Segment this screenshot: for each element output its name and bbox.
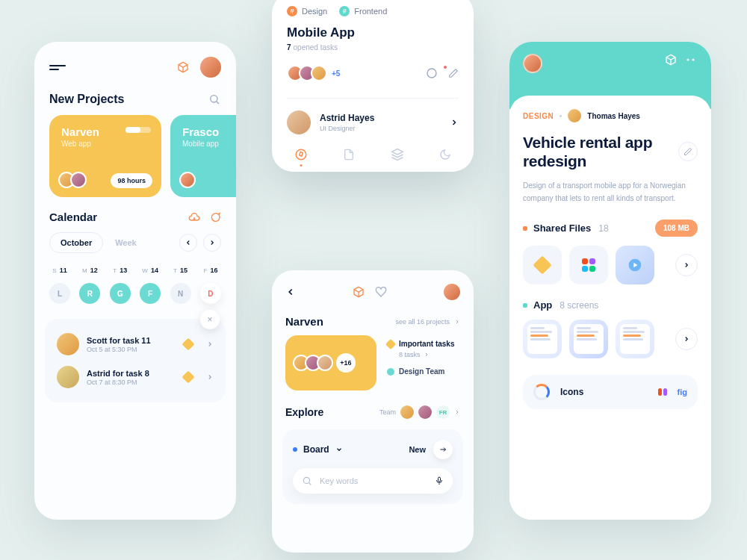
chevron-right-icon (206, 373, 214, 381)
svg-point-5 (686, 58, 689, 60)
day-dot[interactable]: N (170, 283, 191, 304)
figma-icon (658, 388, 667, 396)
heart-icon[interactable] (375, 286, 387, 298)
chevron-right-icon (206, 340, 214, 348)
person-name: Astrid Hayes (320, 113, 374, 123)
day-dot[interactable]: G (110, 283, 131, 304)
board-dropdown[interactable]: Board (293, 444, 343, 455)
edit-icon[interactable] (448, 67, 459, 79)
see-all-link[interactable]: see all 16 projects (395, 318, 460, 326)
next-button[interactable] (203, 234, 221, 252)
cube-icon[interactable] (353, 286, 365, 298)
tab-week[interactable]: Week (111, 233, 141, 252)
project-card-narven[interactable]: Narven Web app 98 hours (49, 115, 161, 197)
svg-point-6 (692, 58, 694, 60)
moon-icon[interactable] (439, 148, 451, 161)
close-icon[interactable]: × (200, 310, 220, 329)
back-icon[interactable] (285, 287, 296, 297)
calendar-days: S 11 M 12 T 13 W 14 T 15 F 16 (34, 261, 236, 279)
chevron-right-icon (450, 118, 459, 127)
fig-label[interactable]: fig (678, 388, 687, 396)
day-dot[interactable]: R (79, 283, 100, 304)
screen-thumb[interactable] (616, 320, 654, 358)
profile-avatar[interactable] (444, 284, 460, 300)
board-panel: Board New Key words (282, 429, 463, 504)
profile-avatar[interactable] (523, 54, 542, 73)
screen-thumb[interactable] (523, 320, 562, 358)
design-team-link[interactable]: Design Team (387, 367, 463, 376)
search-icon[interactable] (208, 93, 221, 106)
compass-icon[interactable] (294, 148, 308, 161)
tag-design[interactable]: #Design (287, 6, 327, 16)
svg-point-2 (296, 149, 306, 160)
file-thumb-sketch[interactable] (523, 246, 562, 284)
project-title: Narven (285, 315, 323, 328)
cloud-download-icon[interactable] (188, 211, 200, 223)
card-subtitle: Web app (61, 140, 149, 148)
app-title: App (533, 299, 552, 311)
crumb-name[interactable]: Thomas Hayes (587, 112, 640, 120)
sketch-icon (182, 338, 195, 351)
shared-files-title: Shared Files (533, 223, 591, 234)
bottom-bar: Icons fig (523, 375, 698, 409)
mic-icon[interactable] (435, 476, 444, 486)
crumb-category[interactable]: DESIGN (523, 112, 554, 120)
tasks-panel: × Scott for task 11Oct 5 at 5:30 PM Astr… (45, 319, 226, 402)
person-row[interactable]: Astrid HayesUI Designer (287, 98, 459, 134)
members-card[interactable]: +16 (285, 335, 376, 391)
comment-icon[interactable] (426, 67, 438, 79)
card-title: Mobile App (287, 25, 459, 40)
bullet-icon (523, 226, 527, 231)
day-dot[interactable]: D (200, 283, 221, 304)
more-count: +5 (332, 69, 340, 78)
card-avatars (179, 172, 196, 188)
prev-button[interactable] (179, 234, 197, 252)
file-icon[interactable] (343, 148, 355, 161)
cube-icon[interactable] (665, 54, 677, 66)
important-tasks-link[interactable]: Important tasks (387, 340, 463, 348)
day-dot[interactable]: F (140, 283, 161, 304)
more-icon[interactable] (686, 58, 698, 61)
icons-label[interactable]: Icons (560, 387, 583, 397)
svg-point-3 (303, 477, 309, 483)
task-row[interactable]: Scott for task 11Oct 5 at 5:30 PM (54, 328, 217, 361)
more-files-button[interactable] (675, 254, 698, 276)
phone-narven: Narven see all 16 projects +16 Important… (272, 270, 474, 553)
svg-rect-4 (438, 477, 441, 482)
sketch-icon (182, 371, 195, 384)
figma-icon (582, 258, 595, 272)
file-thumb-figma[interactable] (569, 246, 608, 284)
member-avatars[interactable]: +5 (287, 65, 340, 81)
opened-tasks: 7opened tasks (287, 43, 459, 52)
edit-icon[interactable] (678, 142, 698, 161)
menu-icon[interactable] (49, 63, 66, 72)
task-row[interactable]: Astrid for task 8Oct 7 at 8:30 PM (54, 361, 217, 393)
dot-icon (387, 368, 394, 376)
team-chip[interactable]: Team FR (379, 405, 460, 419)
task-avatar (57, 366, 79, 388)
size-badge: 108 MB (655, 220, 698, 237)
chat-icon[interactable] (209, 211, 221, 223)
phone-projects: New Projects Narven Web app 98 hours Fra… (34, 42, 236, 520)
phone-vehicle-rental: DESIGN Thomas Hayes Vehicle rental app r… (509, 42, 711, 520)
card-mobile-app: #Design #Frontend Mobile App 7opened tas… (272, 0, 474, 172)
file-thumb-video[interactable] (616, 246, 654, 284)
task-title: Astrid for task 8 (87, 369, 176, 378)
task-time: Oct 7 at 8:30 PM (87, 379, 176, 386)
screen-thumb[interactable] (569, 320, 608, 358)
profile-avatar[interactable] (200, 57, 221, 78)
cube-icon[interactable] (176, 60, 190, 74)
more-count: +16 (336, 353, 356, 373)
day-dot[interactable]: L (49, 283, 70, 304)
tag-frontend[interactable]: #Frontend (339, 6, 387, 16)
search-input[interactable]: Key words (293, 468, 453, 494)
layers-icon[interactable] (391, 148, 404, 161)
more-screens-button[interactable] (675, 328, 698, 350)
tab-month[interactable]: October (49, 232, 103, 253)
app-count: 8 screens (560, 300, 598, 311)
card-avatars (58, 172, 87, 188)
progress-bar (125, 127, 151, 133)
task-avatar (57, 333, 79, 355)
new-button[interactable]: New (409, 440, 453, 459)
project-card-frasco[interactable]: Frasco Mobile app (170, 115, 236, 197)
